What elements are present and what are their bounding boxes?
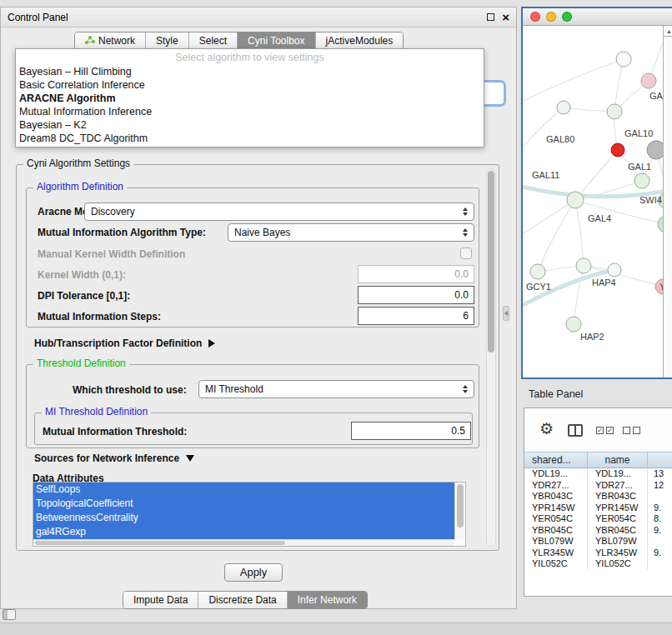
dpi-tolerance-field[interactable]: 0.0 bbox=[358, 286, 474, 304]
network-edge[interactable] bbox=[523, 108, 564, 151]
attribute-item-betweennesscentrality[interactable]: BetweennessCentrality bbox=[33, 511, 455, 525]
tab-cyni-toolbox[interactable]: Cyni Toolbox bbox=[237, 32, 314, 49]
table-cell: YLR345W bbox=[524, 548, 588, 559]
network-node[interactable] bbox=[607, 104, 622, 119]
deselect-all-icon[interactable] bbox=[623, 427, 640, 434]
algorithm-option-mutual-information-inference[interactable]: Mutual Information Inference bbox=[16, 105, 484, 118]
table-row[interactable]: YLR345WYLR345W9. bbox=[524, 548, 672, 559]
panel-dock-icon[interactable] bbox=[3, 609, 16, 620]
network-node[interactable] bbox=[634, 173, 649, 188]
settings-scrollbar-thumb[interactable] bbox=[488, 171, 494, 352]
chevron-right-icon bbox=[208, 339, 215, 348]
tab-select[interactable]: Select bbox=[188, 32, 237, 49]
close-icon[interactable]: × bbox=[502, 12, 509, 22]
network-node[interactable] bbox=[616, 52, 631, 67]
mi-algorithm-type-select[interactable]: Naive Bayes bbox=[228, 223, 474, 242]
network-node[interactable] bbox=[611, 143, 624, 157]
network-node[interactable] bbox=[566, 317, 581, 332]
table-cell: 12 bbox=[648, 480, 672, 492]
network-edge[interactable] bbox=[523, 59, 624, 102]
table-cell bbox=[648, 558, 672, 570]
network-edge[interactable] bbox=[538, 200, 575, 272]
select-all-icon[interactable]: ✓ ✓ bbox=[596, 427, 614, 434]
network-edge[interactable] bbox=[574, 266, 584, 324]
aracne-mode-value: Discovery bbox=[91, 206, 135, 218]
table-cell: YDR27... bbox=[524, 480, 588, 492]
checked-box-icon: ✓ bbox=[596, 427, 604, 434]
network-node[interactable] bbox=[530, 264, 545, 279]
tab-network[interactable]: Network bbox=[75, 32, 145, 49]
algorithm-dropdown-popup: Select algorithm to view settings Bayesi… bbox=[15, 48, 484, 148]
network-edge[interactable] bbox=[575, 200, 584, 266]
table-row[interactable]: YBR043CYBR043C bbox=[524, 491, 672, 502]
zoom-traffic-light[interactable] bbox=[562, 12, 572, 22]
attribute-list-vscrollbar[interactable] bbox=[454, 482, 465, 539]
table-cell: YIL052C bbox=[524, 558, 588, 570]
column-header-shared[interactable]: shared... bbox=[524, 452, 588, 468]
network-edge[interactable] bbox=[575, 150, 618, 200]
kernel-width-field[interactable]: 0.0 bbox=[358, 265, 474, 283]
columns-icon[interactable] bbox=[568, 424, 583, 437]
column-header-extra[interactable] bbox=[648, 452, 672, 468]
table-cell: YPR145W bbox=[588, 502, 648, 514]
network-node[interactable] bbox=[567, 192, 584, 208]
algorithm-option-aracne-algorithm[interactable]: ARACNE Algorithm bbox=[16, 92, 484, 105]
attribute-list-hscrollbar[interactable] bbox=[33, 539, 454, 546]
table-row[interactable]: YBL079WYBL079W bbox=[524, 536, 672, 548]
manual-kernel-label: Manual Kernel Width Definition bbox=[38, 247, 185, 262]
attribute-item-topologicalcoefficient[interactable]: TopologicalCoefficient bbox=[33, 497, 455, 511]
settings-scrollbar[interactable] bbox=[486, 168, 496, 547]
aracne-mode-select[interactable]: Discovery bbox=[84, 202, 474, 221]
bottom-tab-discretize-data[interactable]: Discretize Data bbox=[198, 592, 286, 608]
manual-kernel-checkbox[interactable] bbox=[460, 248, 472, 259]
mi-algorithm-type-value: Naive Bayes bbox=[234, 227, 290, 238]
network-node[interactable] bbox=[641, 73, 656, 88]
network-node[interactable] bbox=[647, 141, 663, 159]
hub-definition-toggle[interactable]: Hub/Transcription Factor Definition bbox=[34, 336, 215, 351]
bottom-tab-infer-network[interactable]: Infer Network bbox=[287, 592, 367, 608]
gear-icon[interactable]: ⚙ bbox=[539, 419, 554, 438]
network-node[interactable] bbox=[608, 263, 621, 277]
attribute-item-selfloops[interactable]: SelfLoops bbox=[33, 482, 455, 497]
panel-resize-handle[interactable] bbox=[503, 306, 509, 321]
network-vscrollbar[interactable]: ▲ bbox=[663, 26, 672, 378]
apply-button[interactable]: Apply bbox=[224, 563, 283, 582]
network-edge[interactable] bbox=[523, 200, 575, 236]
sources-toggle[interactable]: Sources for Network Inference bbox=[34, 451, 194, 466]
sources-label: Sources for Network Inference bbox=[34, 451, 179, 466]
mi-threshold-field[interactable]: 0.5 bbox=[351, 422, 471, 440]
float-window-icon[interactable] bbox=[487, 13, 494, 21]
network-node[interactable] bbox=[576, 258, 591, 273]
table-row[interactable]: YDL19...YDL19...13 bbox=[524, 468, 672, 480]
mi-steps-field[interactable]: 6 bbox=[358, 307, 474, 325]
tab-jactivemodules[interactable]: jActiveModules bbox=[315, 32, 404, 49]
scroll-up-icon[interactable]: ▲ bbox=[664, 26, 672, 37]
bottom-tab-impute-data[interactable]: Impute Data bbox=[123, 592, 198, 608]
attribute-items: SelfLoopsTopologicalCoefficientBetweenne… bbox=[33, 482, 465, 539]
algorithm-option-basic-correlation-inference[interactable]: Basic Correlation Inference bbox=[16, 78, 484, 92]
table-cell: YDL19... bbox=[524, 468, 588, 480]
table-cell: YBR045C bbox=[588, 525, 648, 537]
table-row[interactable]: YBR045CYBR045C9. bbox=[524, 525, 672, 537]
tab-style[interactable]: Style bbox=[145, 32, 188, 49]
close-traffic-light[interactable] bbox=[530, 12, 540, 22]
attribute-list-hthumb[interactable] bbox=[35, 541, 285, 545]
network-node[interactable] bbox=[557, 101, 570, 114]
network-window-titlebar bbox=[523, 8, 672, 26]
table-row[interactable]: YPR145WYPR145W9. bbox=[524, 502, 672, 514]
algorithm-option-dream8-dc-tdc-algorithm[interactable]: Dream8 DC_TDC Algorithm bbox=[16, 132, 484, 145]
table-panel-title: Table Panel bbox=[529, 388, 583, 400]
window-title: Control Panel bbox=[8, 12, 68, 23]
tab-network-label: Network bbox=[98, 35, 135, 47]
table-row[interactable]: YIL052CYIL052C bbox=[524, 558, 672, 570]
minimize-traffic-light[interactable] bbox=[546, 12, 556, 22]
attribute-item-gal4rgexp[interactable]: gal4RGexp bbox=[33, 525, 455, 539]
table-row[interactable]: YDR27...YDR27...12 bbox=[524, 480, 672, 492]
network-canvas[interactable]: GAL7GAL80GAL10GAL11GAL1SWI4GAL4GCY1HAP4Y… bbox=[523, 26, 663, 378]
algorithm-option-bayesian-hill-climbing[interactable]: Bayesian – Hill Climbing bbox=[16, 65, 484, 78]
column-header-name[interactable]: name bbox=[588, 452, 648, 468]
attribute-list-vthumb[interactable] bbox=[457, 484, 464, 528]
table-row[interactable]: YER054CYER054C8. bbox=[524, 513, 672, 525]
algorithm-option-bayesian-k2[interactable]: Bayesian – K2 bbox=[16, 118, 484, 132]
which-threshold-select[interactable]: MI Threshold bbox=[198, 380, 474, 398]
